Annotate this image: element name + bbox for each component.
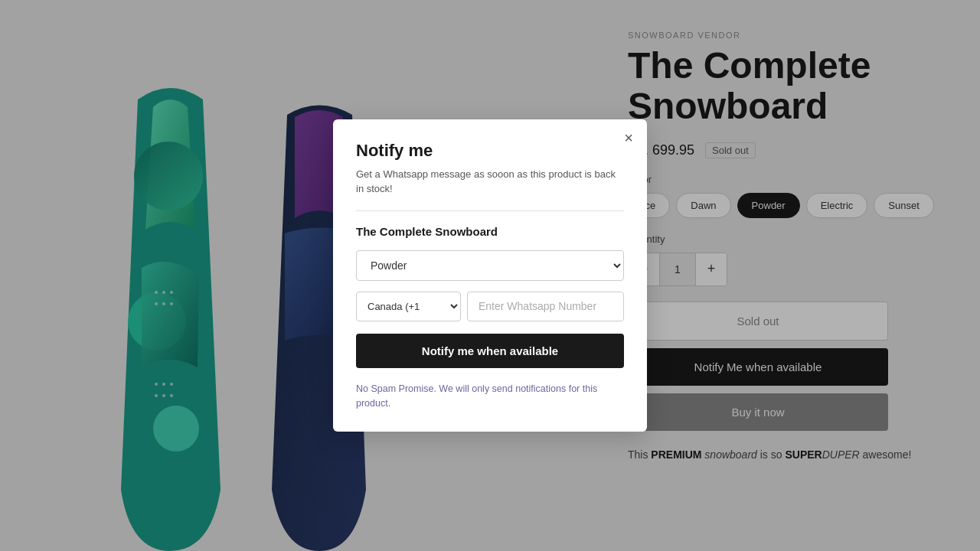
modal-country-select[interactable]: Canada (+1 USA (+1) UK (+44) India (+91) — [356, 292, 461, 321]
modal-phone-row: Canada (+1 USA (+1) UK (+44) India (+91) — [356, 292, 624, 321]
notify-modal: × Notify me Get a Whatsapp message as so… — [333, 119, 647, 432]
modal-overlay[interactable]: × Notify me Get a Whatsapp message as so… — [0, 0, 980, 551]
modal-footer-text: No Spam Promise. We will only send notif… — [356, 382, 624, 411]
modal-product-name: The Complete Snowboard — [356, 225, 624, 238]
modal-phone-input[interactable] — [467, 292, 624, 321]
modal-variant-select[interactable]: Powder Ice Dawn Electric Sunset — [356, 250, 624, 281]
modal-subtitle: Get a Whatsapp message as sooon as this … — [356, 167, 624, 211]
modal-title: Notify me — [356, 141, 624, 161]
modal-notify-button[interactable]: Notify me when available — [356, 334, 624, 368]
modal-close-button[interactable]: × — [624, 130, 633, 145]
